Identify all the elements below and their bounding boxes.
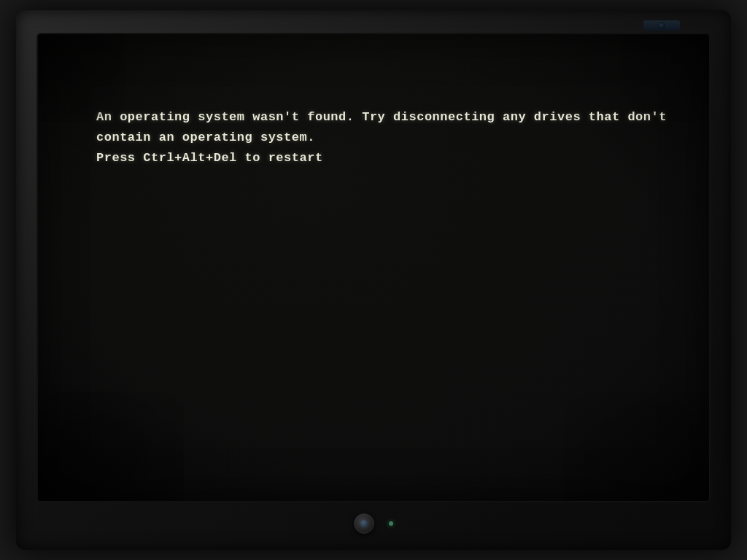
screen: An operating system wasn't found. Try di… — [38, 34, 709, 501]
error-line-3: Press Ctrl+Alt+Del to restart — [96, 151, 323, 165]
power-button[interactable] — [354, 513, 374, 534]
error-line-1: An operating system wasn't found. Try di… — [96, 110, 667, 124]
screen-content: An operating system wasn't found. Try di… — [96, 107, 680, 168]
monitor-bottom-bezel — [38, 505, 709, 542]
error-message: An operating system wasn't found. Try di… — [96, 107, 680, 168]
power-button-led — [360, 520, 368, 527]
corner-vignette-br — [563, 392, 709, 501]
monitor: An operating system wasn't found. Try di… — [16, 10, 731, 550]
top-bezel — [38, 18, 709, 33]
webcam-lens — [658, 22, 665, 29]
error-line-2: contain an operating system. — [96, 131, 315, 144]
corner-vignette-bl — [38, 392, 184, 501]
power-led-indicator — [389, 521, 393, 526]
webcam — [643, 20, 680, 31]
